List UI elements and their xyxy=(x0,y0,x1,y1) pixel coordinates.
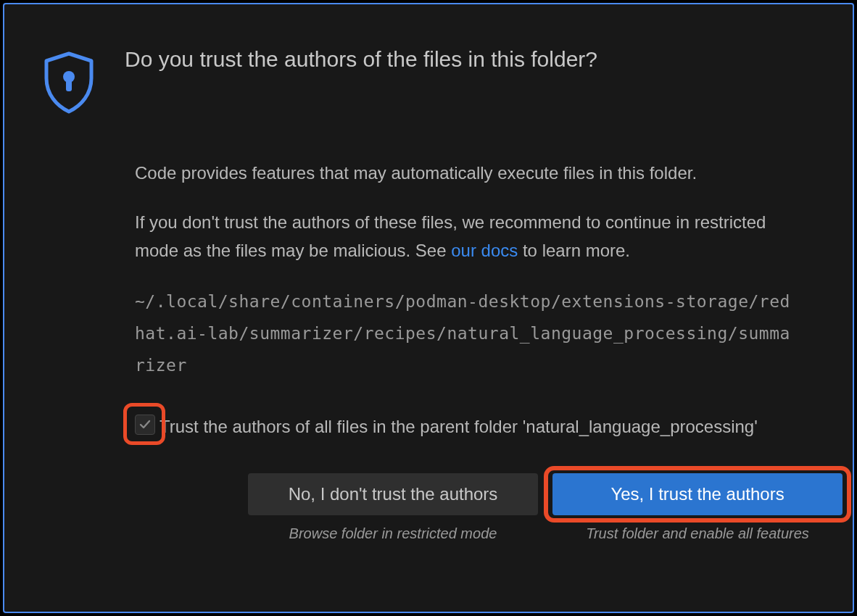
docs-link[interactable]: our docs xyxy=(451,241,518,260)
buttons-row: No, I don't trust the authors Browse fol… xyxy=(248,473,800,542)
trust-parent-checkbox[interactable] xyxy=(135,415,155,435)
paragraph-restricted-suffix: to learn more. xyxy=(518,241,630,260)
check-icon xyxy=(138,418,152,431)
yes-trust-button[interactable]: Yes, I trust the authors xyxy=(552,473,842,515)
yes-button-group: Yes, I trust the authors Trust folder an… xyxy=(552,473,842,542)
folder-path: ~/.local/share/containers/podman-desktop… xyxy=(135,286,800,381)
shield-icon xyxy=(41,49,97,119)
no-button-group: No, I don't trust the authors Browse fol… xyxy=(248,473,538,542)
yes-button-caption: Trust folder and enable all features xyxy=(586,525,809,542)
paragraph-auto-execute: Code provides features that may automati… xyxy=(135,159,800,187)
trust-parent-row: Trust the authors of all files in the pa… xyxy=(135,413,800,441)
trust-parent-label: Trust the authors of all files in the pa… xyxy=(160,413,758,441)
paragraph-restricted-mode: If you don't trust the authors of these … xyxy=(135,209,800,265)
workspace-trust-dialog: Do you trust the authors of the files in… xyxy=(3,3,854,613)
dialog-content: Code provides features that may automati… xyxy=(135,159,800,542)
dialog-header: Do you trust the authors of the files in… xyxy=(39,45,818,119)
no-trust-button[interactable]: No, I don't trust the authors xyxy=(248,473,538,515)
svg-rect-1 xyxy=(66,80,72,91)
dialog-title: Do you trust the authors of the files in… xyxy=(125,45,597,73)
no-button-caption: Browse folder in restricted mode xyxy=(289,525,497,542)
